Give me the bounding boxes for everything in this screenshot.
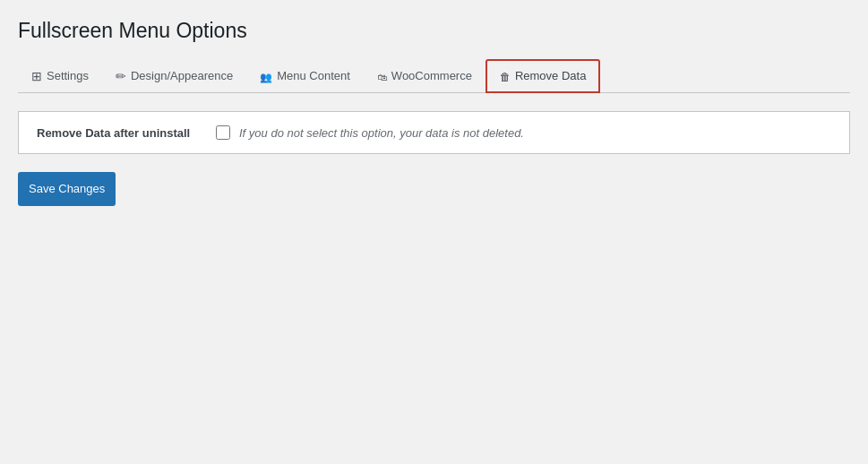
remove-data-label: Remove Data after uninstall — [37, 126, 216, 140]
remove-data-hint: If you do not select this option, your d… — [239, 126, 524, 140]
tab-woocommerce-label: WooCommerce — [391, 68, 472, 84]
save-changes-button[interactable]: Save Changes — [18, 172, 116, 206]
tab-design[interactable]: Design/Appearence — [102, 60, 246, 91]
tab-woocommerce[interactable]: WooCommerce — [364, 60, 486, 91]
tab-settings[interactable]: Settings — [18, 60, 102, 91]
tab-menu-content-label: Menu Content — [277, 68, 350, 84]
settings-icon — [31, 70, 42, 82]
options-table: Remove Data after uninstall If you do no… — [18, 111, 850, 154]
woocommerce-icon — [377, 70, 387, 82]
remove-data-checkbox[interactable] — [216, 125, 230, 140]
tab-menu-content[interactable]: Menu Content — [246, 60, 364, 91]
tab-design-label: Design/Appearence — [131, 68, 233, 84]
design-icon — [116, 70, 126, 82]
tab-remove-data[interactable]: Remove Data — [486, 59, 600, 93]
content-area: Remove Data after uninstall If you do no… — [18, 111, 850, 206]
tab-settings-label: Settings — [47, 68, 89, 84]
tab-remove-data-label: Remove Data — [515, 68, 586, 84]
nav-tabs: Settings Design/Appearence Menu Content … — [18, 59, 850, 93]
page-title: Fullscreen Menu Options — [18, 18, 850, 45]
remove-data-control: If you do not select this option, your d… — [216, 125, 831, 140]
trash-icon — [500, 70, 511, 82]
remove-data-row: Remove Data after uninstall If you do no… — [19, 112, 849, 153]
menu-content-icon — [260, 70, 272, 82]
